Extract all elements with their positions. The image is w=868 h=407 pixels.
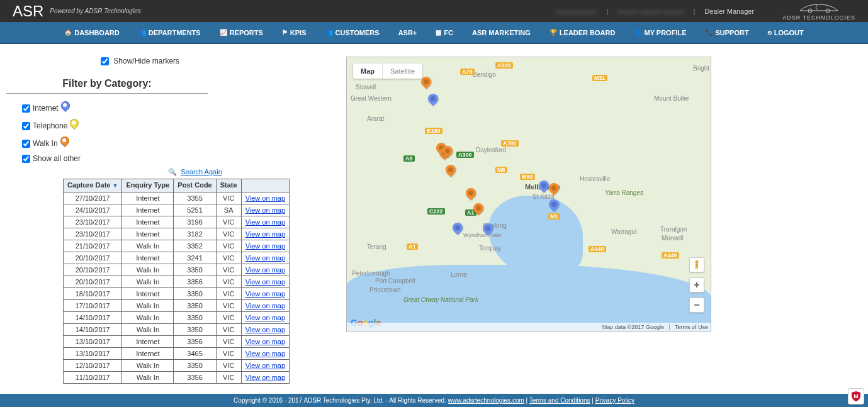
view-on-map-link[interactable]: View on map	[245, 218, 285, 226]
cell-date: 21/10/2017	[64, 240, 122, 252]
nav-marketing[interactable]: ASR MARKETING	[472, 29, 531, 36]
markers-toggle: Show/Hide markers	[101, 57, 334, 65]
col-date[interactable]: Capture Date ▼	[64, 179, 122, 192]
zoom-in-button[interactable]: +	[689, 277, 704, 293]
col-postcode[interactable]: Post Code	[174, 179, 216, 192]
cell-date: 20/10/2017	[64, 252, 122, 264]
label-princetown: Princetown	[369, 286, 400, 293]
cell-type: Walk In	[122, 323, 174, 335]
label-stawell: Stawell	[356, 84, 376, 91]
label-peterborough: Peterborough	[352, 270, 390, 277]
cell-postcode: 3182	[174, 228, 216, 240]
map-bg: Melbourne St Kilda Bendigo Stawell Great…	[347, 57, 711, 332]
map-type-map[interactable]: Map	[353, 64, 382, 79]
topbar-user2[interactable]: ——— ——— ———	[617, 8, 684, 15]
cell-postcode: 3350	[174, 311, 216, 323]
map-marker-orange[interactable]	[446, 165, 456, 180]
view-on-map-link[interactable]: View on map	[245, 194, 285, 202]
nav-myprofile[interactable]: 👤MY PROFILE	[634, 29, 686, 36]
label-yarra: Yarra Ranges	[605, 189, 643, 196]
filter-internet-checkbox[interactable]	[22, 104, 30, 113]
view-on-map-link[interactable]: View on map	[245, 206, 285, 214]
road-a8: A8	[403, 155, 415, 162]
topbar-user1[interactable]: ——————	[555, 8, 597, 15]
nav-reports[interactable]: 📈REPORTS	[220, 29, 263, 36]
cell-type: Walk In	[122, 311, 174, 323]
search-again-link[interactable]: Search Again	[181, 168, 222, 176]
page-footer: Copyright © 2016 - 2017 ADSR Technologie…	[0, 394, 868, 407]
topbar-role[interactable]: Dealer Manager	[704, 8, 754, 15]
cell-state: VIC	[216, 240, 241, 252]
col-state[interactable]: State	[216, 179, 241, 192]
cell-postcode: 3350	[174, 359, 216, 371]
footer-privacy[interactable]: Privacy Policy	[595, 397, 634, 404]
pin-blue-icon	[61, 101, 69, 115]
label-ararat: Ararat	[367, 115, 384, 122]
nav-customers[interactable]: 👥CUSTOMERS	[325, 29, 380, 36]
footer-terms[interactable]: Terms and Conditions	[529, 397, 590, 404]
pegman-icon[interactable]	[689, 257, 704, 272]
nav-fc[interactable]: ▦FC	[436, 29, 453, 36]
svg-rect-1	[696, 263, 698, 267]
nav-leaderboard[interactable]: 🏆LEADER BOARD	[550, 29, 616, 36]
markers-checkbox[interactable]	[101, 57, 109, 65]
cell-postcode: 3350	[174, 299, 216, 311]
view-on-map-link[interactable]: View on map	[245, 326, 285, 333]
nav-departments[interactable]: 👥DEPARTMENTS	[138, 29, 201, 36]
cell-type: Walk In	[122, 264, 174, 276]
cell-type: Internet	[122, 287, 174, 299]
view-on-map-link[interactable]: View on map	[245, 338, 285, 345]
map-marker-orange[interactable]	[421, 77, 431, 92]
nav-dashboard[interactable]: 🏠DASHBOARD	[64, 29, 120, 36]
map-marker-blue[interactable]	[549, 199, 559, 215]
col-type[interactable]: Enquiry Type	[122, 179, 174, 192]
filter-telephone-checkbox[interactable]	[22, 122, 30, 130]
view-on-map-link[interactable]: View on map	[245, 362, 285, 369]
view-on-map-link[interactable]: View on map	[245, 242, 285, 250]
view-on-map-link[interactable]: View on map	[245, 278, 285, 286]
cell-postcode: 3241	[174, 252, 216, 264]
filter-showall-checkbox[interactable]	[22, 155, 30, 163]
search-again: 🔍 Search Again	[57, 168, 334, 176]
road-b180: B180	[425, 128, 442, 134]
nav-asrplus[interactable]: ASR+	[398, 29, 417, 36]
cell-state: SA	[216, 204, 241, 216]
map-type-satellite[interactable]: Satellite	[382, 64, 422, 79]
map-marker-blue[interactable]	[428, 94, 438, 109]
cell-date: 20/10/2017	[64, 276, 122, 287]
map-terms[interactable]: Terms of Use	[669, 324, 708, 330]
map[interactable]: Melbourne St Kilda Bendigo Stawell Great…	[346, 57, 711, 332]
mcafee-badge[interactable]: M	[848, 388, 864, 404]
footer-url[interactable]: www.adsrtechnologies.com	[448, 397, 524, 404]
zoom-out-button[interactable]: −	[689, 298, 704, 313]
nav-logout[interactable]: ⎋LOGOUT	[768, 29, 804, 36]
label-lorne: Lorne	[451, 271, 467, 278]
map-attribution: Map data ©2017 Google	[597, 324, 664, 330]
table-row: 12/10/2017Walk In3350VICView on map	[64, 359, 290, 371]
cell-postcode: 3355	[174, 192, 216, 204]
view-on-map-link[interactable]: View on map	[245, 290, 285, 298]
label-bright: Bright	[693, 65, 709, 72]
nav-kpis[interactable]: ⚑KPIS	[282, 29, 307, 36]
topbar-sep: |	[606, 8, 608, 15]
footer-copyright: Copyright © 2016 - 2017 ADSR Technologie…	[234, 397, 446, 404]
map-marker-blue[interactable]	[539, 181, 549, 196]
map-marker-orange[interactable]	[473, 203, 483, 218]
map-marker-blue[interactable]	[483, 223, 493, 238]
nav-support[interactable]: 📞SUPPORT	[706, 29, 749, 36]
view-on-map-link[interactable]: View on map	[245, 374, 285, 381]
view-on-map-link[interactable]: View on map	[245, 350, 285, 357]
cell-date: 17/10/2017	[64, 299, 122, 311]
map-marker-orange[interactable]	[466, 188, 476, 203]
map-marker-blue[interactable]	[453, 223, 463, 238]
map-marker-orange[interactable]	[442, 146, 453, 161]
view-on-map-link[interactable]: View on map	[245, 302, 285, 309]
label-healesville: Healesville	[580, 176, 610, 182]
table-row: 24/10/2017Internet5251SAView on map	[64, 204, 290, 216]
view-on-map-link[interactable]: View on map	[245, 254, 285, 262]
view-on-map-link[interactable]: View on map	[245, 230, 285, 238]
filter-walkin-checkbox[interactable]	[22, 140, 30, 148]
map-marker-orange[interactable]	[549, 183, 559, 198]
view-on-map-link[interactable]: View on map	[245, 266, 285, 274]
view-on-map-link[interactable]: View on map	[245, 314, 285, 321]
